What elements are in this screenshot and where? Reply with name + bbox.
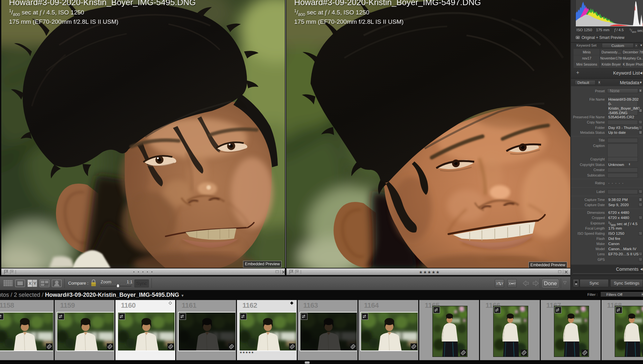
svg-text:X: X bbox=[509, 282, 511, 286]
svg-text:X: X bbox=[29, 281, 32, 286]
svg-text:X: X bbox=[496, 282, 498, 286]
svg-text:Y: Y bbox=[501, 282, 503, 286]
svg-text:Y: Y bbox=[514, 282, 516, 286]
svg-text:Y: Y bbox=[33, 281, 36, 286]
